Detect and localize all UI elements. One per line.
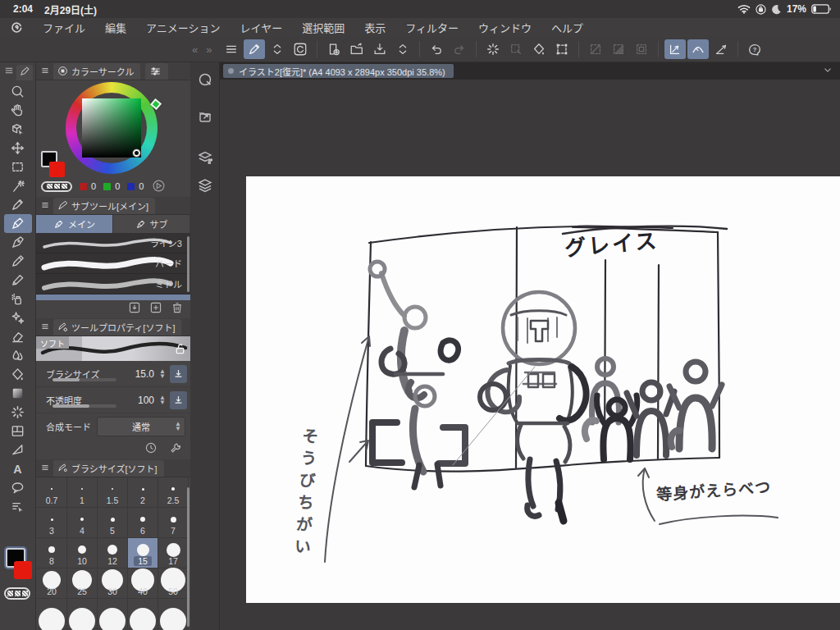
brush-size-cell-15[interactable]: 15 xyxy=(128,538,158,568)
brush-size-cell-17[interactable]: 17 xyxy=(158,538,189,568)
object-tool-icon[interactable] xyxy=(4,120,32,139)
hand-tool-icon[interactable] xyxy=(4,101,32,120)
size-grid-scrollbar[interactable] xyxy=(187,487,189,627)
brush-list-scrollbar[interactable] xyxy=(187,236,189,292)
brush-item-1[interactable]: ハード xyxy=(36,253,190,274)
eyedropper-tool-icon[interactable] xyxy=(4,195,32,214)
subtool-tab[interactable]: サブツール[メイン] xyxy=(53,198,155,214)
brush-size-panel-tab[interactable]: ブラシサイズ[ソフト] xyxy=(53,460,164,477)
polyline-tool-icon[interactable] xyxy=(4,441,32,459)
quick-access-icon[interactable] xyxy=(193,69,217,92)
snapguide-toolbar-icon[interactable] xyxy=(710,39,732,59)
menu-item-0[interactable]: ファイル xyxy=(33,20,95,35)
opacity-slider[interactable] xyxy=(52,404,116,408)
balloon-tool-icon[interactable] xyxy=(4,478,32,497)
snapcurve-toolbar-icon[interactable] xyxy=(687,39,709,59)
brush-item-0[interactable]: ライン3 xyxy=(36,233,190,253)
tone-tool-icon[interactable] xyxy=(4,403,32,422)
brush-size-cell-0.7[interactable]: 0.7 xyxy=(37,477,67,508)
pencil-tool-icon[interactable] xyxy=(4,252,32,271)
help-toolbar-icon[interactable]: ? xyxy=(744,39,765,59)
brush-size-cell-partial[interactable] xyxy=(67,599,98,629)
color-circle-menu-icon[interactable] xyxy=(40,66,50,77)
document-tab[interactable]: イラスト2[復元]* (A4 4093 x 2894px 350dpi 35.8… xyxy=(223,64,454,78)
brush-size-value[interactable]: 15.0 xyxy=(135,368,154,380)
brush-size-cell-20[interactable]: 20 xyxy=(37,568,67,599)
brush-preview[interactable]: ソフト xyxy=(36,336,190,361)
blend-mode-dropdown[interactable]: 通常 ▲▼ xyxy=(97,417,185,436)
tool-property-menu-icon[interactable] xyxy=(40,322,50,333)
brush-size-cell-50[interactable]: 50 xyxy=(158,568,189,599)
mini-color-strip[interactable] xyxy=(41,181,72,192)
fill-tool-icon[interactable] xyxy=(4,365,32,384)
brush-size-cell-8[interactable]: 8 xyxy=(37,538,67,568)
subtool-tab-sub[interactable]: サブ xyxy=(113,215,190,233)
brush-size-slider[interactable] xyxy=(52,378,116,381)
brush-size-cell-5[interactable]: 5 xyxy=(98,508,128,538)
snapruler-toolbar-icon[interactable] xyxy=(664,39,686,59)
layer-property-icon[interactable] xyxy=(193,146,217,169)
color-slider-tab[interactable] xyxy=(145,63,168,80)
brush-size-cell-2.5[interactable]: 2.5 xyxy=(158,477,189,508)
panel-tool-icon[interactable] xyxy=(4,422,32,441)
brush-size-cell-3[interactable]: 3 xyxy=(37,508,67,538)
eraser-tool-icon[interactable] xyxy=(4,327,32,346)
marker-tool-icon[interactable] xyxy=(4,271,32,290)
reset-settings-icon[interactable] xyxy=(144,441,158,458)
chevrons-toolbar-icon[interactable] xyxy=(392,39,413,59)
delete-subtool-icon[interactable] xyxy=(171,301,184,317)
menu-item-2[interactable]: アニメーション xyxy=(136,20,230,35)
brush-item-2[interactable]: ミドル xyxy=(36,274,190,294)
layers-icon[interactable] xyxy=(193,174,217,197)
hamburger-toolbar-icon[interactable] xyxy=(221,39,242,59)
brush-size-panel-menu-icon[interactable] xyxy=(40,463,50,474)
color-circle-tab[interactable]: カラーサークル xyxy=(53,63,140,80)
sub-color-swatch[interactable] xyxy=(14,561,32,579)
frame-toolbar-icon[interactable] xyxy=(551,39,573,59)
undo-toolbar-icon[interactable] xyxy=(426,39,447,59)
blend-tool-icon[interactable] xyxy=(4,346,32,365)
subtool-tab-main[interactable]: メイン xyxy=(36,215,113,233)
zoom-tool-icon[interactable] xyxy=(4,82,32,101)
transparent-color-swatch[interactable] xyxy=(4,587,30,600)
export-share-icon[interactable] xyxy=(193,105,217,128)
opacity-steppers[interactable]: ▲▼ xyxy=(159,395,166,405)
brush-item-selected-partial[interactable] xyxy=(36,294,190,300)
newdoc-toolbar-icon[interactable] xyxy=(323,39,345,59)
unlock-icon[interactable] xyxy=(175,343,185,358)
menu-item-4[interactable]: 選択範囲 xyxy=(292,20,354,35)
tab-list-chevron-icon[interactable] xyxy=(822,64,833,79)
menu-item-7[interactable]: ウィンドウ xyxy=(468,20,541,35)
saturation-value-square[interactable] xyxy=(82,98,141,158)
brush-size-cell-12[interactable]: 12 xyxy=(98,538,128,568)
detail-settings-icon[interactable] xyxy=(169,441,182,458)
brush-size-cell-10[interactable]: 10 xyxy=(67,538,98,568)
menu-item-1[interactable]: 編集 xyxy=(95,20,136,35)
brush-size-cell-2[interactable]: 2 xyxy=(128,477,158,508)
open-toolbar-icon[interactable] xyxy=(346,39,368,59)
tool-property-tab[interactable]: ツールプロパティ[ソフト] xyxy=(53,319,181,336)
line-correct-tool-icon[interactable] xyxy=(4,497,32,516)
import-subtool-icon[interactable] xyxy=(128,301,141,317)
duplicate-subtool-icon[interactable] xyxy=(149,301,162,317)
brush-size-cell-partial[interactable] xyxy=(158,599,189,629)
menu-item-6[interactable]: フィルター xyxy=(395,20,468,35)
brush-size-cell-6[interactable]: 6 xyxy=(128,508,158,538)
brush-size-dynamics-button[interactable] xyxy=(170,365,187,383)
text-tool-icon[interactable]: A xyxy=(4,459,32,478)
move-layer-tool-icon[interactable] xyxy=(4,139,32,158)
brush-size-cell-partial[interactable] xyxy=(37,599,67,629)
brush-size-cell-25[interactable]: 25 xyxy=(67,568,98,599)
marquee-tool-icon[interactable] xyxy=(4,158,32,176)
color-wheel[interactable] xyxy=(36,80,190,176)
brush-size-cell-partial[interactable] xyxy=(128,599,158,629)
decoration-tool-icon[interactable] xyxy=(4,308,32,327)
brush-size-cell-40[interactable]: 40 xyxy=(128,568,158,599)
wand-tool-icon[interactable] xyxy=(4,176,32,195)
brush-size-cell-partial[interactable] xyxy=(98,599,128,629)
menu-item-8[interactable]: ヘルプ xyxy=(541,20,593,35)
fill-toolbar-icon[interactable] xyxy=(528,39,550,59)
brush-size-cell-7[interactable]: 7 xyxy=(158,508,189,538)
color-mode-icon[interactable] xyxy=(152,179,166,194)
canvas[interactable]: グレイス 等身がえらべつ そうびちがい xyxy=(246,176,840,603)
